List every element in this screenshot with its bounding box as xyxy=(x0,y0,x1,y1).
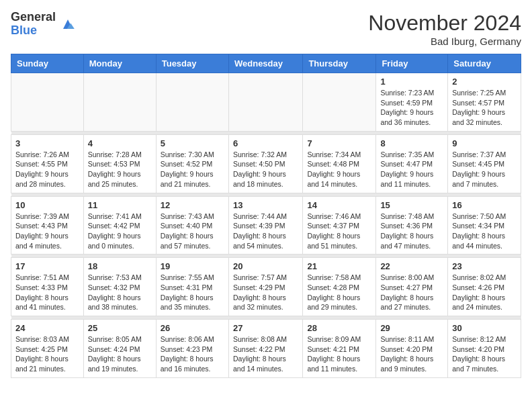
day-number: 11 xyxy=(88,200,152,210)
day-info: Sunrise: 7:53 AM Sunset: 4:32 PM Dayligh… xyxy=(88,273,152,312)
logo-general: General xyxy=(11,11,56,24)
title-block: November 2024 Bad Iburg, Germany xyxy=(368,11,521,47)
calendar-cell: 12Sunrise: 7:43 AM Sunset: 4:40 PM Dayli… xyxy=(156,196,228,255)
day-info: Sunrise: 8:09 AM Sunset: 4:21 PM Dayligh… xyxy=(307,334,371,374)
day-number: 3 xyxy=(15,138,79,148)
day-info: Sunrise: 7:43 AM Sunset: 4:40 PM Dayligh… xyxy=(161,212,224,251)
day-number: 1 xyxy=(380,77,443,87)
day-number: 16 xyxy=(452,200,517,210)
day-info: Sunrise: 8:08 AM Sunset: 4:22 PM Dayligh… xyxy=(233,334,298,374)
day-info: Sunrise: 8:06 AM Sunset: 4:23 PM Dayligh… xyxy=(161,334,224,374)
day-number: 12 xyxy=(161,200,224,210)
day-number: 24 xyxy=(15,323,79,333)
calendar-cell: 10Sunrise: 7:39 AM Sunset: 4:43 PM Dayli… xyxy=(11,196,84,255)
calendar-cell xyxy=(83,73,156,132)
calendar-cell: 23Sunrise: 8:02 AM Sunset: 4:26 PM Dayli… xyxy=(448,258,521,316)
day-info: Sunrise: 7:37 AM Sunset: 4:45 PM Dayligh… xyxy=(452,150,517,189)
location: Bad Iburg, Germany xyxy=(368,36,521,47)
calendar-cell: 11Sunrise: 7:41 AM Sunset: 4:42 PM Dayli… xyxy=(83,196,156,255)
calendar-cell: 7Sunrise: 7:34 AM Sunset: 4:48 PM Daylig… xyxy=(303,134,376,193)
day-info: Sunrise: 7:55 AM Sunset: 4:31 PM Dayligh… xyxy=(161,273,224,312)
day-info: Sunrise: 7:46 AM Sunset: 4:37 PM Dayligh… xyxy=(307,212,371,251)
day-number: 9 xyxy=(452,138,517,148)
calendar-header-saturday: Saturday xyxy=(448,54,521,73)
calendar-cell xyxy=(228,73,302,132)
day-number: 10 xyxy=(15,200,79,210)
calendar-header-monday: Monday xyxy=(83,54,156,73)
day-number: 8 xyxy=(380,138,443,148)
day-number: 18 xyxy=(88,261,152,271)
calendar-cell: 2Sunrise: 7:25 AM Sunset: 4:57 PM Daylig… xyxy=(448,73,521,132)
day-number: 17 xyxy=(15,261,79,271)
day-info: Sunrise: 7:51 AM Sunset: 4:33 PM Dayligh… xyxy=(15,273,79,312)
calendar-cell: 1Sunrise: 7:23 AM Sunset: 4:59 PM Daylig… xyxy=(376,73,448,132)
day-info: Sunrise: 7:32 AM Sunset: 4:50 PM Dayligh… xyxy=(233,150,298,189)
calendar-header-wednesday: Wednesday xyxy=(228,54,302,73)
calendar-cell: 30Sunrise: 8:12 AM Sunset: 4:20 PM Dayli… xyxy=(448,320,521,378)
calendar-header-row: SundayMondayTuesdayWednesdayThursdayFrid… xyxy=(11,54,521,73)
day-info: Sunrise: 7:44 AM Sunset: 4:39 PM Dayligh… xyxy=(233,212,298,251)
calendar-cell: 29Sunrise: 8:11 AM Sunset: 4:20 PM Dayli… xyxy=(376,320,448,378)
calendar-week-1: 1Sunrise: 7:23 AM Sunset: 4:59 PM Daylig… xyxy=(11,73,521,132)
day-number: 2 xyxy=(452,77,517,87)
day-number: 19 xyxy=(161,261,224,271)
day-number: 20 xyxy=(233,261,298,271)
calendar-cell xyxy=(11,73,84,132)
calendar-week-2: 3Sunrise: 7:26 AM Sunset: 4:55 PM Daylig… xyxy=(11,134,521,193)
calendar-cell: 28Sunrise: 8:09 AM Sunset: 4:21 PM Dayli… xyxy=(303,320,376,378)
day-info: Sunrise: 7:58 AM Sunset: 4:28 PM Dayligh… xyxy=(307,273,371,312)
calendar-cell: 24Sunrise: 8:03 AM Sunset: 4:25 PM Dayli… xyxy=(11,320,84,378)
calendar-cell: 8Sunrise: 7:35 AM Sunset: 4:47 PM Daylig… xyxy=(376,134,448,193)
day-number: 25 xyxy=(88,323,152,333)
day-info: Sunrise: 7:39 AM Sunset: 4:43 PM Dayligh… xyxy=(15,212,79,251)
day-number: 13 xyxy=(233,200,298,210)
calendar-week-5: 24Sunrise: 8:03 AM Sunset: 4:25 PM Dayli… xyxy=(11,320,521,378)
calendar-cell: 25Sunrise: 8:05 AM Sunset: 4:24 PM Dayli… xyxy=(83,320,156,378)
day-number: 30 xyxy=(452,323,517,333)
calendar-cell: 20Sunrise: 7:57 AM Sunset: 4:29 PM Dayli… xyxy=(228,258,302,316)
day-info: Sunrise: 8:11 AM Sunset: 4:20 PM Dayligh… xyxy=(380,334,443,374)
day-info: Sunrise: 7:50 AM Sunset: 4:34 PM Dayligh… xyxy=(452,212,517,251)
calendar-header-tuesday: Tuesday xyxy=(156,54,228,73)
day-info: Sunrise: 7:30 AM Sunset: 4:52 PM Dayligh… xyxy=(161,150,224,189)
calendar-cell: 15Sunrise: 7:48 AM Sunset: 4:36 PM Dayli… xyxy=(376,196,448,255)
day-info: Sunrise: 7:48 AM Sunset: 4:36 PM Dayligh… xyxy=(380,212,443,251)
calendar-cell: 22Sunrise: 8:00 AM Sunset: 4:27 PM Dayli… xyxy=(376,258,448,316)
day-number: 4 xyxy=(88,138,152,148)
calendar-cell xyxy=(156,73,228,132)
calendar-cell: 4Sunrise: 7:28 AM Sunset: 4:53 PM Daylig… xyxy=(83,134,156,193)
calendar-week-3: 10Sunrise: 7:39 AM Sunset: 4:43 PM Dayli… xyxy=(11,196,521,255)
calendar-cell: 14Sunrise: 7:46 AM Sunset: 4:37 PM Dayli… xyxy=(303,196,376,255)
month-title: November 2024 xyxy=(368,11,521,36)
calendar-cell: 9Sunrise: 7:37 AM Sunset: 4:45 PM Daylig… xyxy=(448,134,521,193)
day-info: Sunrise: 8:02 AM Sunset: 4:26 PM Dayligh… xyxy=(452,273,517,312)
day-number: 23 xyxy=(452,261,517,271)
day-info: Sunrise: 7:23 AM Sunset: 4:59 PM Dayligh… xyxy=(380,88,443,128)
day-number: 22 xyxy=(380,261,443,271)
day-number: 26 xyxy=(161,323,224,333)
day-info: Sunrise: 7:57 AM Sunset: 4:29 PM Dayligh… xyxy=(233,273,298,312)
calendar-table: SundayMondayTuesdayWednesdayThursdayFrid… xyxy=(11,54,521,378)
day-info: Sunrise: 7:35 AM Sunset: 4:47 PM Dayligh… xyxy=(380,150,443,189)
day-info: Sunrise: 8:00 AM Sunset: 4:27 PM Dayligh… xyxy=(380,273,443,312)
calendar-cell: 17Sunrise: 7:51 AM Sunset: 4:33 PM Dayli… xyxy=(11,258,84,316)
day-number: 14 xyxy=(307,200,371,210)
calendar-cell: 5Sunrise: 7:30 AM Sunset: 4:52 PM Daylig… xyxy=(156,134,228,193)
day-info: Sunrise: 7:41 AM Sunset: 4:42 PM Dayligh… xyxy=(88,212,152,251)
calendar-cell: 18Sunrise: 7:53 AM Sunset: 4:32 PM Dayli… xyxy=(83,258,156,316)
day-info: Sunrise: 8:05 AM Sunset: 4:24 PM Dayligh… xyxy=(88,334,152,374)
calendar-cell xyxy=(303,73,376,132)
day-number: 28 xyxy=(307,323,371,333)
calendar-cell: 27Sunrise: 8:08 AM Sunset: 4:22 PM Dayli… xyxy=(228,320,302,378)
day-number: 15 xyxy=(380,200,443,210)
logo-icon xyxy=(58,15,77,34)
calendar-cell: 21Sunrise: 7:58 AM Sunset: 4:28 PM Dayli… xyxy=(303,258,376,316)
calendar-header-friday: Friday xyxy=(376,54,448,73)
day-number: 7 xyxy=(307,138,371,148)
calendar-cell: 6Sunrise: 7:32 AM Sunset: 4:50 PM Daylig… xyxy=(228,134,302,193)
calendar-cell: 26Sunrise: 8:06 AM Sunset: 4:23 PM Dayli… xyxy=(156,320,228,378)
calendar-cell: 13Sunrise: 7:44 AM Sunset: 4:39 PM Dayli… xyxy=(228,196,302,255)
day-number: 6 xyxy=(233,138,298,148)
day-number: 29 xyxy=(380,323,443,333)
calendar-header-sunday: Sunday xyxy=(11,54,84,73)
